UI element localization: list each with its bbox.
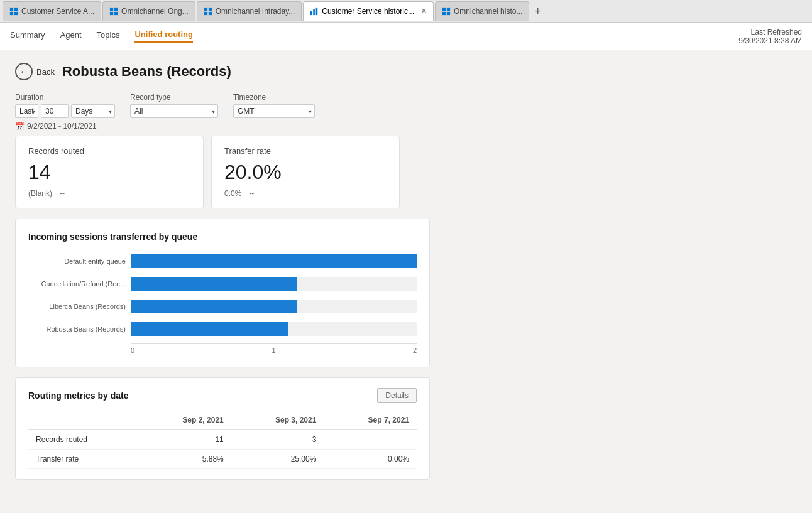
grid-icon (442, 7, 451, 16)
col-metric (28, 411, 138, 430)
tab-label: Omnichannel Intraday... (216, 7, 295, 16)
nav-agent[interactable]: Agent (60, 30, 82, 42)
tab-customer-service-historic[interactable]: Customer Service historic... ✕ (303, 1, 434, 21)
last-refreshed: Last Refreshed 9/30/2021 8:28 AM (738, 28, 802, 45)
routing-metrics-title: Routing metrics by date (28, 391, 128, 401)
transfer-rate-sub: 0.0% -- (224, 189, 387, 198)
bar-label-cancellation: Cancellation/Refund (Rec... (28, 280, 126, 288)
duration-unit-wrapper: Days Hours Minutes (71, 104, 115, 118)
val-transfer-sep3: 25.00% (231, 450, 324, 469)
details-button[interactable]: Details (377, 388, 417, 403)
grid-icon (9, 7, 18, 16)
svg-rect-2 (10, 12, 13, 15)
svg-rect-3 (14, 12, 18, 15)
nav-unified-routing[interactable]: Unified routing (134, 30, 192, 43)
bar-track-default (131, 254, 417, 268)
svg-rect-7 (114, 12, 118, 15)
page-header: ← Back Robusta Beans (Records) (15, 63, 797, 80)
col-sep7: Sep 7, 2021 (324, 411, 417, 430)
calendar-icon: 📅 (15, 122, 25, 131)
nav-links: Summary Agent Topics Unified routing (10, 30, 193, 43)
metric-records-routed: Records routed (28, 430, 138, 450)
chart-axis: 0 1 2 (131, 343, 417, 354)
svg-rect-12 (310, 11, 312, 15)
val-transfer-sep2: 5.88% (138, 450, 231, 469)
records-routed-card: Records routed 14 (Blank) -- (15, 136, 204, 208)
bar-label-default: Default entity queue (28, 257, 126, 265)
page-title: Robusta Beans (Records) (62, 63, 231, 80)
records-routed-title: Records routed (28, 146, 190, 156)
back-button[interactable]: ← Back (15, 63, 55, 80)
duration-controls: Last Days Hours Minutes (15, 104, 115, 118)
svg-rect-15 (442, 8, 446, 11)
table-header-row: Routing metrics by date Details (28, 388, 417, 403)
svg-rect-6 (110, 12, 113, 15)
svg-rect-0 (10, 8, 13, 11)
record-type-wrapper: All (130, 104, 218, 118)
val-records-sep2: 11 (138, 430, 231, 450)
bar-track-cancellation (131, 277, 417, 291)
incoming-sessions-chart: Incoming sessions transferred by queue D… (15, 219, 430, 367)
bar-row-robusta: Robusta Beans (Records) (28, 322, 417, 336)
svg-rect-4 (110, 8, 113, 11)
bar-fill-robusta (131, 322, 288, 336)
bar-row-default: Default entity queue (28, 254, 417, 268)
add-tab-button[interactable]: + (530, 6, 545, 17)
last-refreshed-label: Last Refreshed (738, 28, 802, 36)
bar-track-liberca (131, 300, 417, 313)
val-transfer-sep7: 0.00% (324, 450, 417, 469)
bar-chart: Default entity queue Cancellation/Refund… (28, 254, 417, 336)
axis-label-0: 0 (131, 347, 134, 354)
tab-customer-service-a[interactable]: Customer Service A... (3, 1, 101, 21)
nav-topics[interactable]: Topics (97, 30, 120, 42)
records-routed-sub-value: -- (60, 189, 65, 198)
duration-label: Duration (15, 93, 115, 102)
transfer-rate-title: Transfer rate (224, 146, 387, 156)
tab-label: Customer Service A... (21, 7, 94, 16)
table-row: Transfer rate 5.88% 25.00% 0.00% (28, 450, 417, 469)
duration-unit-select[interactable]: Days Hours Minutes (71, 104, 115, 118)
tab-label: Omnichannel histo... (454, 7, 522, 16)
svg-rect-1 (14, 8, 18, 11)
tab-close-button[interactable]: ✕ (421, 7, 427, 15)
axis-label-1: 1 (272, 347, 275, 354)
bar-fill-liberca (131, 300, 297, 313)
records-routed-value: 14 (28, 161, 190, 184)
val-records-sep7 (324, 430, 417, 450)
duration-value-input[interactable] (41, 104, 69, 118)
record-type-label: Record type (130, 93, 218, 102)
routing-metrics-table: Sep 2, 2021 Sep 3, 2021 Sep 7, 2021 Reco… (28, 411, 417, 469)
timezone-select[interactable]: GMT (233, 104, 315, 118)
table-header: Sep 2, 2021 Sep 3, 2021 Sep 7, 2021 (28, 411, 417, 430)
timezone-wrapper: GMT (233, 104, 315, 118)
duration-preset-wrapper: Last (15, 104, 38, 118)
val-records-sep3: 3 (231, 430, 324, 450)
nav-summary[interactable]: Summary (10, 30, 45, 42)
tab-omnichannel-intraday[interactable]: Omnichannel Intraday... (197, 1, 302, 21)
table-row: Records routed 11 3 (28, 430, 417, 450)
bar-label-liberca: Liberca Beans (Records) (28, 303, 126, 310)
svg-rect-13 (314, 9, 315, 15)
records-routed-sub: (Blank) -- (28, 189, 190, 198)
tab-omnichannel-ong[interactable]: Omnichannel Ong... (102, 1, 195, 21)
transfer-rate-sub-value: -- (249, 189, 254, 198)
record-type-select[interactable]: All (130, 104, 218, 118)
bar-fill-cancellation (131, 277, 297, 291)
svg-rect-10 (204, 12, 207, 15)
tab-omnichannel-histo[interactable]: Omnichannel histo... (435, 1, 529, 21)
svg-rect-16 (447, 8, 450, 11)
tab-bar: Customer Service A... Omnichannel Ong...… (0, 0, 812, 23)
tab-label: Customer Service historic... (322, 7, 414, 16)
tab-label: Omnichannel Ong... (121, 7, 189, 16)
timezone-filter: Timezone GMT (233, 93, 315, 118)
bar-row-cancellation: Cancellation/Refund (Rec... (28, 277, 417, 291)
last-refreshed-value: 9/30/2021 8:28 AM (738, 36, 802, 45)
chart-icon (310, 7, 319, 16)
duration-preset-select[interactable]: Last (15, 104, 38, 118)
svg-rect-8 (204, 8, 207, 11)
svg-rect-14 (316, 7, 318, 14)
svg-rect-18 (447, 12, 450, 15)
grid-icon (204, 7, 212, 16)
svg-rect-9 (209, 8, 212, 11)
transfer-rate-value: 20.0% (224, 161, 387, 184)
